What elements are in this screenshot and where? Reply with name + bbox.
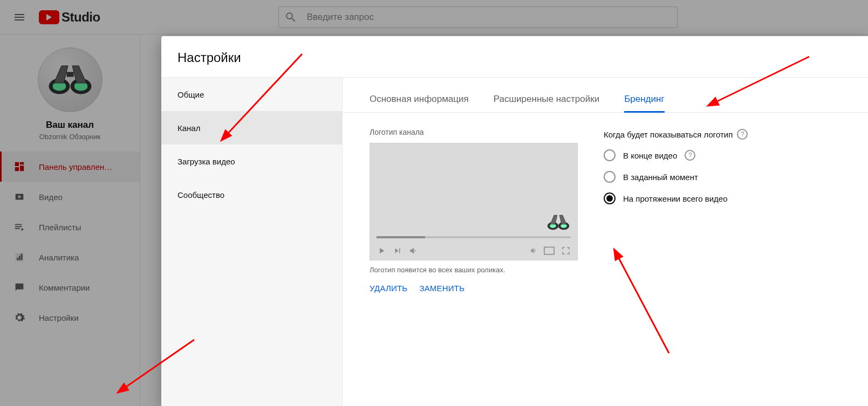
watermark-preview bbox=[546, 212, 571, 232]
radio-custom-time[interactable]: В заданный момент bbox=[604, 171, 841, 183]
replace-button[interactable]: ЗАМЕНИТЬ bbox=[419, 284, 464, 293]
video-controls bbox=[370, 242, 577, 260]
delete-button[interactable]: УДАЛИТЬ bbox=[370, 284, 407, 293]
branding-right-column: Когда будет показываться логотип ? В кон… bbox=[604, 128, 841, 293]
gear-icon[interactable] bbox=[528, 246, 537, 256]
branding-left-column: Логотип канала bbox=[370, 128, 578, 293]
radio-entire-video[interactable]: На протяжении всего видео bbox=[604, 192, 841, 204]
radio-label: На протяжении всего видео bbox=[623, 194, 727, 203]
modal-title: Настройки bbox=[161, 36, 868, 77]
radio-end-of-video[interactable]: В конце видео ? bbox=[604, 149, 841, 161]
tabs: Основная информация Расширенные настройк… bbox=[343, 78, 868, 113]
modal-nav: Общие Канал Загрузка видео Сообщество bbox=[161, 78, 343, 406]
progress-bar[interactable] bbox=[377, 236, 571, 238]
radio-icon bbox=[604, 192, 616, 204]
radio-icon bbox=[604, 149, 616, 161]
tab-branding[interactable]: Брендинг bbox=[624, 94, 664, 112]
radio-icon bbox=[604, 171, 616, 183]
binoculars-icon bbox=[546, 212, 571, 232]
modal-nav-general[interactable]: Общие bbox=[161, 78, 342, 111]
settings-modal: Настройки Общие Канал Загрузка видео Соо… bbox=[161, 36, 868, 406]
preview-caption: Логотип появится во всех ваших роликах. bbox=[370, 266, 578, 274]
play-icon[interactable] bbox=[377, 246, 386, 256]
svg-rect-10 bbox=[544, 247, 554, 254]
video-preview bbox=[370, 143, 578, 260]
display-time-label: Когда будет показываться логотип bbox=[604, 130, 733, 139]
volume-icon[interactable] bbox=[409, 246, 419, 256]
modal-main: Основная информация Расширенные настройк… bbox=[343, 78, 868, 406]
modal-nav-community[interactable]: Сообщество bbox=[161, 178, 342, 211]
section-label: Логотип канала bbox=[370, 128, 578, 136]
fullscreen-icon[interactable] bbox=[561, 246, 571, 256]
modal-nav-upload[interactable]: Загрузка видео bbox=[161, 144, 342, 178]
radio-label: В заданный момент bbox=[623, 173, 698, 182]
radio-label: В конце видео bbox=[623, 151, 677, 160]
help-icon[interactable]: ? bbox=[737, 129, 748, 140]
help-icon[interactable]: ? bbox=[685, 150, 695, 161]
display-time-heading: Когда будет показываться логотип ? bbox=[604, 129, 841, 140]
modal-nav-channel[interactable]: Канал bbox=[161, 111, 342, 144]
theater-icon[interactable] bbox=[544, 246, 555, 255]
next-icon[interactable] bbox=[393, 246, 402, 256]
tab-basic-info[interactable]: Основная информация bbox=[370, 94, 469, 112]
tab-advanced[interactable]: Расширенные настройки bbox=[494, 94, 599, 112]
